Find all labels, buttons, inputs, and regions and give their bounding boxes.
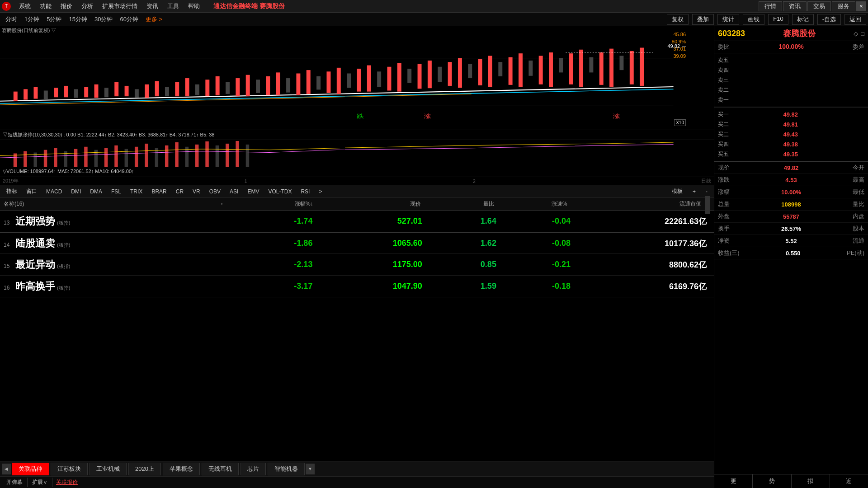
- ind-vr[interactable]: VR: [189, 188, 204, 196]
- row-num: 14: [4, 242, 13, 248]
- info-risepct-value: 10.00%: [781, 189, 801, 196]
- ind-fsl[interactable]: FSL: [108, 188, 125, 196]
- table-row[interactable]: 15 最近异动 (板指) -2.13 1175.00 0.85 -0.21 88…: [0, 254, 714, 276]
- btn-danmaku[interactable]: 开弹幕: [2, 478, 28, 487]
- svg-rect-39: [347, 74, 351, 88]
- tab-apple[interactable]: 苹果概念: [163, 463, 200, 475]
- indicator-bar: 指标 窗口 MACD DMI DMA FSL TRIX BRAR CR VR O…: [0, 185, 714, 198]
- row-tag: (板指): [57, 220, 70, 226]
- btn-market[interactable]: 行情: [759, 1, 782, 11]
- sell-orders: 卖五 卖四 卖三 卖二 卖一: [714, 53, 868, 107]
- close-button[interactable]: ×: [856, 1, 866, 11]
- square-icon[interactable]: □: [861, 30, 864, 37]
- btn-tick[interactable]: 分时: [2, 14, 21, 24]
- svg-rect-67: [630, 51, 634, 84]
- menu-system[interactable]: 系统: [14, 0, 35, 12]
- ind-add[interactable]: +: [689, 188, 699, 196]
- info-highest-label: 最高: [853, 176, 864, 184]
- row-name: 昨高换手: [15, 280, 55, 293]
- ind-obv[interactable]: OBV: [206, 188, 224, 196]
- btn-f10[interactable]: F10: [768, 14, 788, 25]
- menu-analysis[interactable]: 分析: [77, 0, 98, 12]
- ind-voltdx[interactable]: VOL-TDX: [264, 188, 295, 196]
- stock-code: 603283: [718, 29, 745, 38]
- link-related-quote[interactable]: 关联报价: [52, 479, 81, 486]
- ind-brar[interactable]: BRAR: [148, 188, 170, 196]
- svg-rect-33: [286, 78, 290, 93]
- col-speed[interactable]: 涨速%: [498, 200, 571, 208]
- btn-trade[interactable]: 交易: [807, 1, 831, 11]
- ind-template[interactable]: 模板: [668, 187, 686, 196]
- ind-cr[interactable]: CR: [172, 188, 187, 196]
- btn-30min[interactable]: 30分钟: [91, 14, 116, 24]
- tab-robot[interactable]: 智能机器: [268, 463, 305, 475]
- svg-rect-20: [155, 81, 159, 96]
- tab-related[interactable]: 关联品种: [12, 463, 49, 475]
- info-turnover: 换手 26.57% 股本: [714, 223, 868, 235]
- menu-market[interactable]: 扩展市场行情: [98, 0, 142, 12]
- menu-function[interactable]: 功能: [35, 0, 56, 12]
- btn-mark[interactable]: 标记: [792, 14, 814, 25]
- svg-rect-61: [569, 53, 573, 84]
- candlestick-chart[interactable]: 赛腾股份(日线前复权) ▽ 45.86 80.9% 37.01 39.09: [0, 26, 714, 130]
- btn-overlay[interactable]: 叠加: [692, 14, 714, 25]
- rnav-1[interactable]: 更: [714, 474, 753, 488]
- svg-rect-73: [14, 154, 17, 167]
- btn-draw[interactable]: 画线: [743, 14, 764, 25]
- volume-chart[interactable]: [0, 140, 714, 167]
- svg-rect-19: [145, 84, 149, 98]
- diamond-icon[interactable]: ◇: [854, 30, 858, 37]
- tab-jiangsu[interactable]: 江苏板块: [51, 463, 88, 475]
- btn-restore[interactable]: 复权: [667, 14, 689, 25]
- btn-15min[interactable]: 15分钟: [65, 14, 90, 24]
- btn-back[interactable]: 返回: [844, 14, 866, 25]
- menu-help[interactable]: 帮助: [184, 0, 204, 12]
- row-name-col: 13 近期强势 (板指): [4, 215, 224, 228]
- menu-tools[interactable]: 工具: [163, 0, 184, 12]
- tab-nav-right[interactable]: ▼: [306, 464, 315, 474]
- tab-2020[interactable]: 2020上: [128, 463, 161, 475]
- btn-watchlist[interactable]: -自选: [817, 14, 841, 25]
- tab-chip[interactable]: 芯片: [241, 463, 266, 475]
- info-rise-fall: 涨跌 4.53 最高: [714, 174, 868, 186]
- ind-more[interactable]: >: [315, 188, 326, 196]
- ind-dmi[interactable]: DMI: [67, 188, 85, 196]
- btn-5min[interactable]: 5分钟: [43, 14, 65, 24]
- info-totalvol-value: 108998: [781, 201, 801, 208]
- col-name[interactable]: 名称(16): [4, 200, 221, 208]
- col-price[interactable]: 现价: [317, 200, 425, 208]
- ind-window[interactable]: 窗口: [23, 187, 41, 196]
- menu-news[interactable]: 资讯: [142, 0, 163, 12]
- tab-nav-left[interactable]: ◀: [2, 464, 11, 474]
- buy3-price: 49.43: [771, 131, 798, 138]
- ind-asi[interactable]: ASI: [226, 188, 242, 196]
- svg-text:涨: 涨: [613, 113, 620, 119]
- ind-indicator[interactable]: 指标: [3, 187, 21, 196]
- btn-news[interactable]: 资讯: [783, 1, 807, 11]
- ind-rsi[interactable]: RSI: [297, 188, 313, 196]
- btn-service[interactable]: 服务: [832, 1, 855, 11]
- btn-more-time[interactable]: 更多 >: [142, 14, 166, 24]
- rnav-3[interactable]: 拟: [792, 474, 830, 488]
- col-vol[interactable]: 量比: [425, 200, 498, 208]
- ind-trix[interactable]: TRIX: [127, 188, 146, 196]
- svg-rect-14: [94, 84, 99, 98]
- tab-machinery[interactable]: 工业机械: [90, 463, 127, 475]
- btn-stats[interactable]: 统计: [717, 14, 739, 25]
- btn-1min[interactable]: 1分钟: [21, 14, 43, 24]
- table-row[interactable]: 14 陆股通卖 (板指) -1.86 1065.60 1.62 -0.08 10…: [0, 232, 714, 254]
- col-change[interactable]: 涨幅%↓: [226, 200, 316, 208]
- ind-emv[interactable]: EMV: [244, 188, 263, 196]
- table-row[interactable]: 13 近期强势 (板指) -1.74 527.01 1.64 -0.04 222…: [0, 211, 714, 232]
- col-cap[interactable]: 流通市值: [571, 200, 705, 208]
- rnav-4[interactable]: 近: [830, 474, 868, 488]
- btn-expand[interactable]: 扩展∨: [28, 478, 52, 487]
- table-row[interactable]: 16 昨高换手 (板指) -3.17 1047.90 1.59 -0.18 61…: [0, 276, 714, 297]
- svg-rect-49: [448, 62, 452, 86]
- btn-60min[interactable]: 60分钟: [116, 14, 142, 24]
- ind-macd[interactable]: MACD: [42, 188, 66, 196]
- menu-quote[interactable]: 报价: [56, 0, 77, 12]
- rnav-2[interactable]: 势: [753, 474, 791, 488]
- tab-wireless[interactable]: 无线耳机: [202, 463, 239, 475]
- ind-dma[interactable]: DMA: [86, 188, 106, 196]
